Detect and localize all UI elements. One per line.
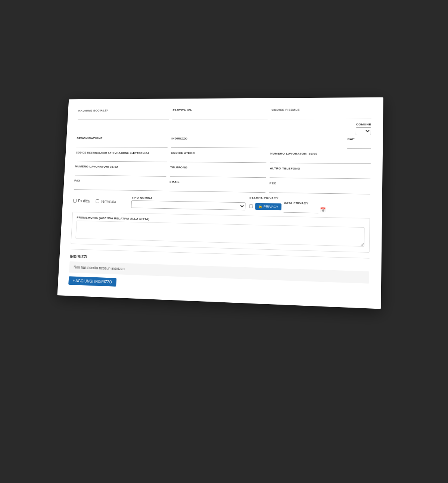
row-5: FAX EMAIL PEC <box>74 179 370 194</box>
stampa-privacy-group: STAMPA PRIVACY 🔒 PRIVACY DATA PRIVACY 📅 <box>249 196 370 215</box>
email-group: EMAIL <box>169 180 266 193</box>
telefono-group: TELEFONO <box>170 166 266 178</box>
telefono-label: TELEFONO <box>170 166 266 170</box>
ex-ditta-checkbox[interactable] <box>73 199 77 203</box>
checkboxes-group: Ex ditta Terminata <box>73 199 128 203</box>
numero-lavoratori-3112-input[interactable] <box>75 169 167 177</box>
pec-group: PEC <box>269 181 370 194</box>
ex-ditta-checkbox-group[interactable]: Ex ditta <box>73 199 90 203</box>
email-label: EMAIL <box>169 180 266 185</box>
data-privacy-input[interactable] <box>283 206 318 213</box>
cap-group: CAP <box>347 137 371 149</box>
ragione-sociale-input[interactable] <box>78 113 169 120</box>
form-card: RAGIONE SOCIALE* PARTITA IVA CODICE FISC… <box>57 97 383 309</box>
terminata-label: Terminata <box>101 199 116 203</box>
fax-group: FAX <box>74 179 166 191</box>
codice-fiscale-input[interactable] <box>271 112 371 119</box>
comune-cap-group: COMUNE CAP <box>271 123 371 149</box>
denominazione-group: DENOMINAZIONE <box>76 137 168 148</box>
codice-ateco-input[interactable] <box>171 156 267 163</box>
altro-telefono-label: ALTRO TELEFONO <box>270 167 371 171</box>
privacy-button[interactable]: 🔒 PRIVACY <box>255 203 281 210</box>
lock-icon: 🔒 <box>258 205 262 208</box>
indirizzi-section: INDIRIZZI Non hai inserito nessun indiri… <box>68 255 369 297</box>
fax-label: FAX <box>74 179 166 184</box>
terminata-checkbox[interactable] <box>96 199 100 203</box>
telefono-input[interactable] <box>170 170 266 178</box>
data-privacy-label: DATA PRIVACY <box>284 201 370 206</box>
row-3: CODICE DESTINATARIO FATTURAZIONE ELETTRO… <box>75 151 371 164</box>
altro-telefono-input[interactable] <box>270 171 370 179</box>
tipo-nomina-group: TIPO NOMINA <box>131 196 246 210</box>
data-privacy-group: DATA PRIVACY 📅 <box>283 201 370 214</box>
numero-lavoratori-3006-label: NUMERO LAVORATORI 30/06 <box>270 152 371 156</box>
row-1: RAGIONE SOCIALE* PARTITA IVA CODICE FISC… <box>78 108 371 119</box>
altro-telefono-group: ALTRO TELEFONO <box>270 167 370 179</box>
row-4: NUMERO LAVORATORI 31/12 TELEFONO ALTRO T… <box>75 165 371 179</box>
email-input[interactable] <box>169 185 265 193</box>
data-privacy-input-row: 📅 <box>283 206 370 214</box>
row-6: Ex ditta Terminata TIPO NOMINA STAMPA PR… <box>73 193 370 215</box>
numero-lavoratori-3112-group: NUMERO LAVORATORI 31/12 <box>75 165 167 177</box>
ex-ditta-label: Ex ditta <box>78 199 90 203</box>
partita-iva-input[interactable] <box>172 113 268 119</box>
ragione-sociale-label: RAGIONE SOCIALE* <box>78 109 169 112</box>
comune-select[interactable] <box>356 127 371 135</box>
codice-destinatario-input[interactable] <box>75 155 167 162</box>
perspective-wrapper: RAGIONE SOCIALE* PARTITA IVA CODICE FISC… <box>56 96 392 387</box>
add-indirizzo-label: + AGGIUNGI INDIRIZZO <box>73 279 112 284</box>
codice-destinatario-group: CODICE DESTINATARIO FATTURAZIONE ELETTRO… <box>75 152 167 162</box>
codice-fiscale-group: CODICE FISCALE <box>271 108 371 119</box>
terminata-checkbox-group[interactable]: Terminata <box>96 199 116 204</box>
codice-destinatario-label: CODICE DESTINATARIO FATTURAZIONE ELETTRO… <box>76 152 167 155</box>
comune-label: COMUNE <box>356 123 371 126</box>
privacy-controls: 🔒 PRIVACY DATA PRIVACY 📅 <box>249 201 370 215</box>
partita-iva-label: PARTITA IVA <box>172 108 268 112</box>
cap-input[interactable] <box>347 142 371 149</box>
promemoria-section: PROMEMORIA (AGENDA RELATIVA ALLA DITTA) <box>71 212 370 252</box>
comune-group: COMUNE <box>356 123 371 135</box>
denominazione-label: DENOMINAZIONE <box>77 137 168 140</box>
calendar-icon[interactable]: 📅 <box>320 207 326 213</box>
row-2: DENOMINAZIONE INDIRIZZO COMUNE CAP <box>76 123 371 149</box>
fax-input[interactable] <box>74 183 166 191</box>
indirizzo-group: INDIRIZZO <box>171 137 267 148</box>
indirizzo-label: INDIRIZZO <box>171 137 267 141</box>
numero-lavoratori-3112-label: NUMERO LAVORATORI 31/12 <box>75 165 167 169</box>
indirizzo-input[interactable] <box>171 141 267 148</box>
ragione-sociale-group: RAGIONE SOCIALE* <box>78 109 169 119</box>
tipo-nomina-select[interactable] <box>131 200 245 210</box>
privacy-checkbox[interactable] <box>249 205 253 208</box>
pec-input[interactable] <box>269 186 370 194</box>
partita-iva-group: PARTITA IVA <box>172 108 268 119</box>
cap-label: CAP <box>348 137 371 141</box>
privacy-button-label: PRIVACY <box>264 205 279 209</box>
numero-lavoratori-3006-group: NUMERO LAVORATORI 30/06 <box>270 152 371 164</box>
codice-fiscale-label: CODICE FISCALE <box>271 108 371 112</box>
add-indirizzo-button[interactable]: + AGGIUNGI INDIRIZZO <box>68 276 116 287</box>
numero-lavoratori-3006-input[interactable] <box>270 156 371 164</box>
codice-ateco-label: CODICE ATECO <box>171 151 267 155</box>
denominazione-input[interactable] <box>76 141 168 147</box>
pec-label: PEC <box>270 181 370 186</box>
codice-ateco-group: CODICE ATECO <box>171 151 267 163</box>
